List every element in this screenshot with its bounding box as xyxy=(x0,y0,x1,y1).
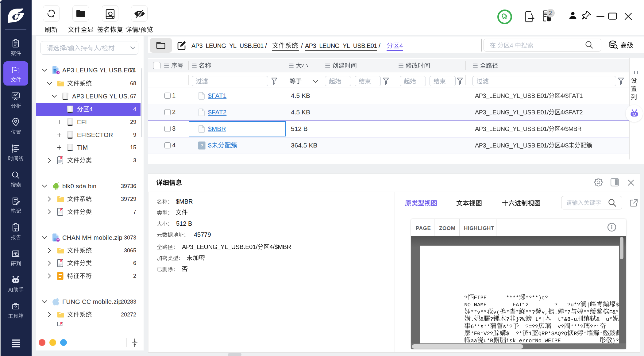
svg-text:?: ? xyxy=(200,143,203,148)
svg-text:?: ? xyxy=(57,71,59,74)
svg-text:?: ? xyxy=(57,239,59,242)
